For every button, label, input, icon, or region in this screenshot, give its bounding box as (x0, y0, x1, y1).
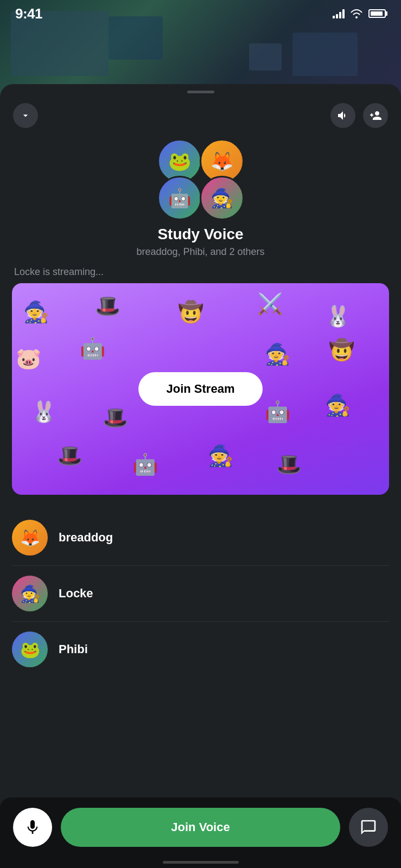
emoji-decoration: 🤖 (132, 452, 158, 476)
emoji-decoration: 🧙 (23, 300, 49, 324)
list-item[interactable]: 🧙Locke (12, 566, 389, 622)
microphone-button[interactable] (13, 808, 52, 847)
emoji-decoration: 🧙 (208, 444, 233, 468)
status-icons (333, 9, 386, 18)
member-name: breaddog (59, 531, 113, 545)
emoji-decoration: 🧙 (325, 393, 351, 417)
chat-button[interactable] (349, 808, 388, 847)
emoji-decoration: 🤠 (329, 338, 354, 362)
member-name: Phibi (59, 642, 88, 656)
emoji-decoration: ⚔️ (257, 292, 283, 316)
list-item[interactable]: 🐸Phibi (12, 622, 389, 677)
join-stream-button[interactable]: Join Stream (138, 372, 263, 406)
microphone-icon (24, 819, 41, 836)
home-indicator (163, 861, 239, 864)
emoji-decoration: 🎩 (95, 294, 120, 318)
chat-icon (360, 819, 377, 836)
signal-icon (333, 9, 345, 18)
emoji-decoration: 🐰 (325, 304, 351, 328)
channel-name: Study Voice (0, 226, 401, 243)
battery-icon (368, 9, 386, 18)
avatar: 🐸 (12, 631, 48, 667)
emoji-decoration: 🐰 (31, 400, 56, 424)
add-user-icon (369, 109, 382, 122)
chevron-down-icon (20, 110, 31, 121)
volume-button[interactable] (330, 103, 355, 128)
sheet-header (0, 93, 401, 133)
avatar-4: 🧙 (200, 176, 244, 220)
collapse-button[interactable] (13, 103, 38, 128)
header-right-buttons (330, 103, 388, 128)
list-item[interactable]: 🦊breaddog (12, 510, 389, 566)
avatar: 🦊 (12, 520, 48, 556)
volume-icon (336, 109, 349, 122)
emoji-decoration: 🐷 (16, 347, 41, 371)
emoji-decoration: 🎩 (103, 406, 128, 430)
bottom-sheet: 🐸 🦊 🤖 🧙 Study Voice breaddog, Phibi, and… (0, 84, 401, 868)
emoji-decoration: 🎩 (57, 444, 82, 468)
status-time: 9:41 (15, 5, 42, 22)
avatar-cluster: 🐸 🦊 🤖 🧙 (0, 139, 401, 220)
add-user-button[interactable] (363, 103, 388, 128)
channel-members: breaddog, Phibi, and 2 others (0, 246, 401, 258)
emoji-decoration: 🤖 (265, 400, 290, 424)
member-name: Locke (59, 586, 93, 601)
emoji-decoration: 🎩 (276, 452, 302, 476)
avatar-grid: 🐸 🦊 🤖 🧙 (155, 139, 247, 220)
avatar-3: 🤖 (157, 176, 202, 220)
avatar: 🧙 (12, 576, 48, 611)
status-bar: 9:41 (0, 0, 401, 27)
bottom-action-bar: Join Voice (0, 797, 401, 868)
join-voice-button[interactable]: Join Voice (61, 808, 340, 847)
streaming-label: Locke is streaming... (0, 266, 401, 283)
wifi-icon (350, 9, 363, 18)
emoji-decoration: 🤖 (80, 336, 105, 360)
emoji-decoration: 🤠 (178, 300, 203, 324)
emoji-decoration: 🧙 (265, 342, 290, 366)
members-list: 🦊breaddog🧙Locke🐸Phibi (0, 510, 401, 797)
stream-preview[interactable]: 🧙🎩🤠⚔️🐰🐷🤖🧙🤠🐰🎩🤖🧙🎩🤖🧙🎩 Join Stream (12, 283, 389, 495)
